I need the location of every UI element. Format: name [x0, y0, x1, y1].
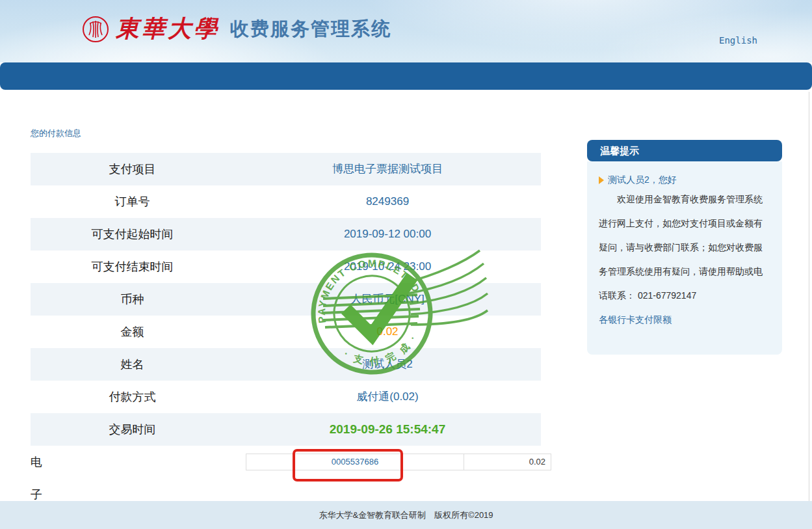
row-label: 金额 [31, 316, 234, 348]
bank-card-limit-link[interactable]: 各银行卡支付限额 [599, 308, 770, 332]
payment-result-page: 東華大學 收费服务管理系统 English 您的付款信息 支付项目 博思电子票据… [0, 0, 812, 529]
logo-group: 東華大學 收费服务管理系统 [82, 13, 391, 45]
row-label: 支付项目 [31, 153, 234, 185]
system-title: 收费服务管理系统 [230, 16, 391, 42]
main-nav-bar [0, 62, 812, 90]
row-label: 订单号 [31, 185, 234, 218]
site-footer: 东华大学&金智教育联合研制 版权所有©2019 [0, 501, 812, 529]
table-row-pay-item: 支付项目 博思电子票据测试项目 [31, 153, 541, 185]
row-value: 博思电子票据测试项目 [234, 153, 541, 185]
invoice-number-highlight-box [293, 449, 403, 482]
row-label: 交易时间 [31, 413, 234, 446]
site-header: 東華大學 收费服务管理系统 English [0, 0, 812, 62]
tips-sidebar-body: 测试人员2，您好 欢迎使用金智教育收费服务管理系统进行网上支付，如您对支付项目或… [587, 161, 782, 355]
row-label: 可支付结束时间 [31, 251, 234, 283]
row-label: 可支付起始时间 [31, 218, 234, 251]
table-row-order-number: 订单号 8249369 [31, 185, 541, 218]
row-label: 付款方式 [31, 381, 234, 413]
invoice-amount: 0.02 [464, 454, 551, 470]
payment-info-section-title: 您的付款信息 [31, 128, 81, 139]
checkmark-icon [346, 277, 412, 335]
english-language-link[interactable]: English [719, 35, 757, 46]
user-greeting: 测试人员2，您好 [599, 174, 770, 186]
university-name: 東華大學 [116, 13, 220, 45]
table-row-transaction-time: 交易时间 2019-09-26 15:54:47 [31, 413, 541, 446]
row-label: 电子票据 [31, 446, 42, 478]
row-label: 姓名 [31, 348, 234, 381]
arrow-bullet-icon [599, 176, 604, 184]
table-row-e-invoice: 电子票据 0005537686 0.02 [31, 446, 541, 478]
page-right-border [809, 92, 809, 501]
row-value-transaction-time: 2019-09-26 15:54:47 [234, 413, 541, 446]
user-greeting-text: 测试人员2，您好 [608, 174, 677, 186]
row-value: 8249369 [234, 185, 541, 218]
payment-completed-stamp: PAYMENT COMPLETED ·支付完成· [307, 239, 492, 392]
tips-message: 欢迎使用金智教育收费服务管理系统进行网上支付，如您对支付项目或金额有疑问，请与收… [599, 187, 770, 308]
tips-sidebar: 温馨提示 测试人员2，您好 欢迎使用金智教育收费服务管理系统进行网上支付，如您对… [587, 140, 782, 355]
tips-sidebar-title: 温馨提示 [587, 140, 782, 161]
university-seal-icon [82, 16, 109, 43]
row-label: 币种 [31, 283, 234, 316]
